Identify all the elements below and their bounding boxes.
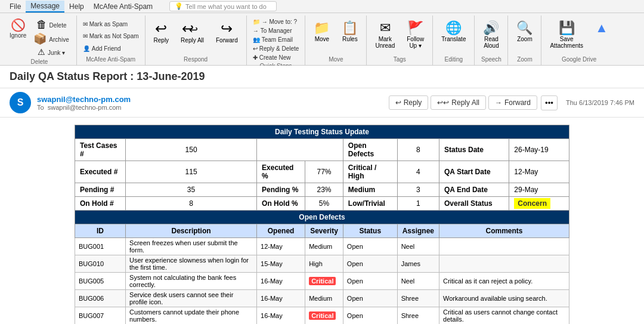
sender-email[interactable]: swapnil@techno-pm.com xyxy=(37,95,131,104)
forward-action-button[interactable]: → Forward xyxy=(488,95,537,110)
menu-file[interactable]: File xyxy=(5,1,26,12)
delete-button[interactable]: 🗑 Delete xyxy=(33,18,70,31)
bug005-opened: 16-May xyxy=(257,273,305,290)
ribbon-group-gdrive: 💾 SaveAttachments ▲ Google Drive xyxy=(541,16,616,65)
defect-row-bug010: BUG010 User experience slowness when log… xyxy=(75,255,569,273)
bug001-comments xyxy=(439,238,569,255)
create-new-label: Create New xyxy=(259,54,291,61)
more-actions-button[interactable]: ••• xyxy=(541,95,558,110)
move-to-button[interactable]: 📁 → Move to: ? xyxy=(250,18,299,26)
bug006-desc: Service desk users cannot see their prof… xyxy=(126,290,257,307)
forward-ribbon-button[interactable]: ↪ Forward xyxy=(211,18,243,46)
summary-row-4: On Hold # 8 On Hold % 5% Low/Trivial 1 O… xyxy=(75,197,569,211)
bug001-id: BUG001 xyxy=(75,238,126,255)
open-defects-label: Open Defects xyxy=(343,139,397,161)
save-attachments-label: SaveAttachments xyxy=(550,36,583,49)
mark-not-spam-button[interactable]: ✉ Mark as Not Spam xyxy=(80,32,141,40)
status-date-label: Status Date xyxy=(439,139,509,161)
ribbon-group-editing: 🌐 Translate Editing xyxy=(433,16,475,65)
bug006-assignee: Shree xyxy=(397,290,439,307)
reply-delete-button[interactable]: ↩ Reply & Delete xyxy=(250,45,302,53)
google-drive-button[interactable]: ▲ xyxy=(590,18,613,38)
bug007-comments: Critical as users cannot change contact … xyxy=(439,307,569,325)
bug007-status: Open xyxy=(343,307,397,325)
move-to-label: → Move to: ? xyxy=(262,18,297,25)
menu-message[interactable]: Message xyxy=(26,1,64,13)
archive-button[interactable]: 📦 Archive xyxy=(30,32,72,45)
delete-icon: 🗑 xyxy=(36,19,47,30)
table-title: Daily Testing Status Update xyxy=(75,125,569,139)
col-desc: Description xyxy=(126,224,257,238)
email-body[interactable]: Daily Testing Status Update Test Cases #… xyxy=(0,118,644,324)
bug010-assignee: James xyxy=(397,255,439,273)
zoom-button[interactable]: 🔍 Zoom xyxy=(512,18,537,45)
reply-all-action-button[interactable]: ↩↩ Reply All xyxy=(431,95,486,110)
mark-spam-button[interactable]: ✉ Mark as Spam xyxy=(80,20,130,28)
reply-button[interactable]: ↩ Reply xyxy=(149,18,174,46)
defects-section-header-row: Open Defects xyxy=(75,211,569,224)
email-header: Daily QA Status Report : 13-June-2019 xyxy=(0,66,644,88)
bug010-status: Open xyxy=(343,255,397,273)
read-aloud-button[interactable]: 🔊 ReadAloud xyxy=(478,18,504,51)
forward-action-icon: → xyxy=(495,98,502,107)
bug006-id: BUG006 xyxy=(75,290,126,307)
to-manager-button[interactable]: → To Manager xyxy=(250,27,295,35)
qa-start-value: 12-May xyxy=(509,161,569,183)
reply-action-icon: ↩ xyxy=(395,98,401,107)
bug005-status: Open xyxy=(343,273,397,290)
ignore-button[interactable]: 🚫 Ignore xyxy=(6,18,30,40)
bug006-status: Open xyxy=(343,290,397,307)
create-new-button[interactable]: ✚ Create New xyxy=(250,54,293,61)
archive-icon: 📦 xyxy=(33,33,47,44)
save-attachments-button[interactable]: 💾 SaveAttachments xyxy=(545,18,588,51)
respond-group-label: Respond xyxy=(184,56,208,63)
gdrive-group-label: Google Drive xyxy=(562,56,596,63)
follow-up-button[interactable]: 🚩 FollowUp ▾ xyxy=(402,18,429,51)
editing-group-label: Editing xyxy=(445,56,463,63)
ignore-label: Ignore xyxy=(10,32,26,39)
mark-unread-button[interactable]: ✉ MarkUnread xyxy=(370,18,400,51)
junk-button[interactable]: ⚠ Junk ▾ xyxy=(34,47,69,57)
medium-value: 3 xyxy=(397,183,439,197)
speech-group-label: Speech xyxy=(481,56,501,63)
status-date-value: 26-May-19 xyxy=(509,139,569,161)
reply-action-button[interactable]: ↩ Reply xyxy=(389,95,429,110)
to-manager-label: To Manager xyxy=(261,27,292,34)
bug010-severity: High xyxy=(305,255,343,273)
team-email-button[interactable]: 👥 Team Email xyxy=(250,36,295,44)
archive-label: Archive xyxy=(49,36,69,43)
translate-button[interactable]: 🌐 Translate xyxy=(436,18,470,45)
zoom-label: Zoom xyxy=(517,36,532,42)
bug005-severity: Critical xyxy=(305,273,343,290)
qa-start-label: QA Start Date xyxy=(439,161,509,183)
reply-all-action-icon: ↩↩ xyxy=(437,98,449,107)
reply-all-button[interactable]: ↩↩ Reply All xyxy=(176,18,209,46)
move-to-icon: 📁 xyxy=(253,18,260,25)
mark-unread-icon: ✉ xyxy=(380,20,391,36)
qa-end-label: QA End Date xyxy=(439,183,509,197)
onhold-pct-value: 5% xyxy=(305,197,343,211)
bug005-id: BUG005 xyxy=(75,273,126,290)
rules-button[interactable]: 📋 Rules xyxy=(337,18,363,45)
defect-row-bug007: BUG007 Customers cannot update their pho… xyxy=(75,307,569,325)
pending-label: Pending # xyxy=(75,183,126,197)
ribbon: 🚫 Ignore 🗑 Delete 📦 Archive ⚠ Junk ▾ Del… xyxy=(0,13,644,66)
bug001-opened: 12-May xyxy=(257,238,305,255)
reply-all-action-label: Reply All xyxy=(451,98,479,107)
move-group-label: Move xyxy=(329,56,343,63)
bug005-critical-badge: Critical xyxy=(309,277,336,285)
move-button[interactable]: 📁 Move xyxy=(309,18,335,45)
tell-me-input[interactable]: 💡 Tell me what you want to do xyxy=(169,1,277,11)
bug001-desc: Screen freezes when user submit the form… xyxy=(126,238,257,255)
bug010-opened: 15-May xyxy=(257,255,305,273)
add-friend-label: Add Friend xyxy=(92,45,121,52)
open-defects-value: 8 xyxy=(397,139,439,161)
menu-help[interactable]: Help xyxy=(64,1,89,12)
reply-delete-icon: ↩ xyxy=(253,45,258,52)
to-label: To xyxy=(37,104,44,111)
menu-mcafee[interactable]: McAfee Anti-Spam xyxy=(89,1,157,12)
reply-all-icon: ↩↩ xyxy=(182,20,203,37)
move-icon: 📁 xyxy=(314,20,330,36)
create-new-icon: ✚ xyxy=(253,54,258,61)
add-friend-button[interactable]: 👤 Add Friend xyxy=(80,45,123,53)
